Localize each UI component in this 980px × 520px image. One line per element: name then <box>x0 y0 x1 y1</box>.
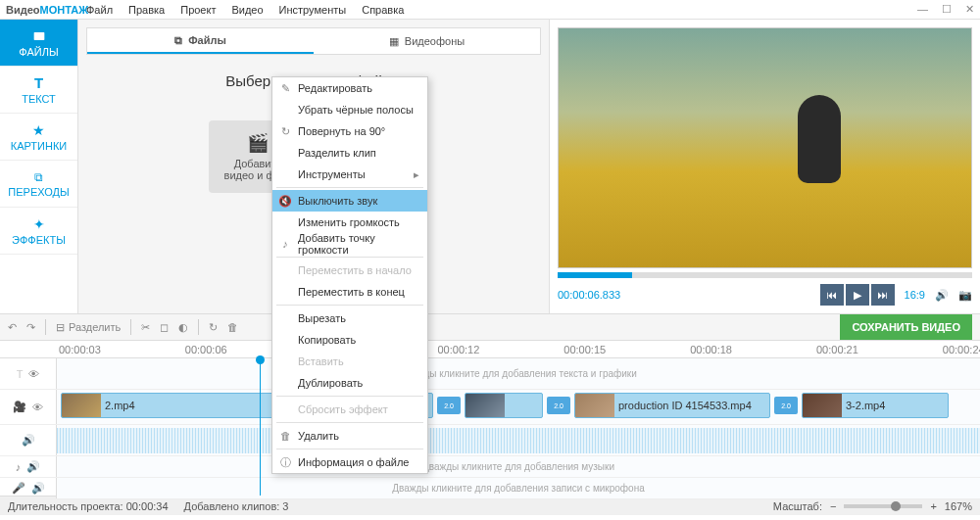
eye-icon[interactable]: 👁 <box>32 402 43 413</box>
next-button[interactable]: ⏭ <box>871 284 895 306</box>
speaker-icon[interactable]: 🔊 <box>31 482 45 495</box>
split-button[interactable]: ⊟ Разделить <box>56 321 121 334</box>
playhead[interactable] <box>260 358 261 496</box>
mic-track-head: 🎤🔊 <box>0 478 57 498</box>
ctx-вставить: Вставить <box>272 351 427 372</box>
ctx-удалить[interactable]: 🗑Удалить <box>272 425 427 447</box>
ctx-повернуть-на-90°[interactable]: ↻Повернуть на 90° <box>272 120 427 142</box>
video-track-head: 🎥👁 <box>0 390 57 424</box>
crop-button[interactable]: ◻ <box>160 321 169 334</box>
menu-edit[interactable]: Правка <box>128 4 165 16</box>
transition-1[interactable]: 2.0 <box>437 397 461 414</box>
preview-time: 00:00:06.833 <box>558 289 810 301</box>
rotate-button[interactable]: ↻ <box>209 321 218 334</box>
tab-backgrounds[interactable]: ▦Видеофоны <box>314 28 540 54</box>
audio-track-head: 🔊 <box>0 425 57 455</box>
timeline-ruler[interactable]: 00:00:0300:00:0600:00:0900:00:1200:00:15… <box>0 341 980 358</box>
context-menu: ✎РедактироватьУбрать чёрные полосы↻Повер… <box>271 76 428 474</box>
ctx-добавить-точку-громкости[interactable]: ♪Добавить точку громкости <box>272 233 427 255</box>
ctx-инструменты[interactable]: Инструменты▸ <box>272 164 427 185</box>
menu-project[interactable]: Проект <box>180 4 216 16</box>
waveform[interactable] <box>57 428 980 453</box>
ctx-выключить-звук[interactable]: 🔇Выключить звук <box>272 190 427 212</box>
files-icon: ⧉ <box>174 34 182 47</box>
aspect-ratio[interactable]: 16:9 <box>905 289 925 301</box>
prev-button[interactable]: ⏮ <box>820 284 844 306</box>
zoom-in-button[interactable]: + <box>930 500 936 512</box>
cut-button[interactable]: ✂ <box>141 321 150 334</box>
ctx-разделить-клип[interactable]: Разделить клип <box>272 142 427 164</box>
music-track[interactable]: Дважды кликните для добавления музыки <box>57 456 980 477</box>
audio-track[interactable] <box>57 425 980 455</box>
ctx-изменить-громкость[interactable]: Изменить громкость <box>272 212 427 233</box>
ctx-переместить-в-начало: Переместить в начало <box>272 260 427 281</box>
backgrounds-icon: ▦ <box>389 35 399 48</box>
clip-2[interactable] <box>465 393 543 418</box>
video-icon: 🎥 <box>13 401 26 413</box>
speaker-icon[interactable]: 🔊 <box>22 434 35 447</box>
chroma-button[interactable]: ◐ <box>178 321 188 334</box>
text-track[interactable]: Дважды кликните для добавления текста и … <box>57 358 980 389</box>
sidebar-item-text[interactable]: TТЕКСТ <box>0 67 77 114</box>
ctx-редактировать[interactable]: ✎Редактировать <box>272 77 427 99</box>
speaker-icon[interactable]: 🔊 <box>26 460 40 473</box>
clip-3[interactable]: production ID 4154533.mp4 <box>574 393 770 418</box>
delete-button[interactable]: 🗑 <box>227 321 238 333</box>
ctx-копировать[interactable]: Копировать <box>272 329 427 351</box>
toolbar: ↶ ↷ ⊟ Разделить ✂ ◻ ◐ ↻ 🗑 СОХРАНИТЬ ВИДЕ… <box>0 313 980 341</box>
video-track[interactable]: 2.mp4 2.0 2.0 production ID 4154533.mp4 … <box>57 390 980 424</box>
svg-rect-0 <box>33 32 44 40</box>
menu-video[interactable]: Видео <box>231 4 263 16</box>
clip-4[interactable]: 3-2.mp4 <box>802 393 949 418</box>
ctx-убрать-чёрные-полосы[interactable]: Убрать чёрные полосы <box>272 99 427 120</box>
transition-3[interactable]: 2.0 <box>774 397 798 414</box>
sidebar: ФАЙЛЫ TТЕКСТ ★КАРТИНКИ ⧉ПЕРЕХОДЫ ✦ЭФФЕКТ… <box>0 20 78 313</box>
transition-2[interactable]: 2.0 <box>547 397 570 414</box>
play-button[interactable]: ▶ <box>846 284 869 306</box>
sidebar-item-files[interactable]: ФАЙЛЫ <box>0 20 77 67</box>
menubar: Файл Правка Проект Видео Инструменты Спр… <box>0 0 980 20</box>
ctx-информация-о-файле[interactable]: ⓘИнформация о файле <box>272 451 427 473</box>
sidebar-item-pictures[interactable]: ★КАРТИНКИ <box>0 114 77 161</box>
save-video-button[interactable]: СОХРАНИТЬ ВИДЕО <box>840 314 972 340</box>
zoom-out-button[interactable]: − <box>830 500 836 512</box>
zoom-slider[interactable] <box>844 504 922 508</box>
menu-help[interactable]: Справка <box>362 4 404 16</box>
eye-icon[interactable]: 👁 <box>28 368 39 380</box>
snapshot-icon[interactable]: 📷 <box>958 289 972 302</box>
preview-panel: 00:00:06.833 ⏮ ▶ ⏭ 16:9 🔊 📷 <box>549 20 980 313</box>
volume-icon[interactable]: 🔊 <box>935 289 949 302</box>
redo-button[interactable]: ↷ <box>26 321 35 334</box>
undo-button[interactable]: ↶ <box>8 321 17 334</box>
music-track-head: ♪🔊 <box>0 456 57 477</box>
timeline: T👁 Дважды кликните для добавления текста… <box>0 358 980 496</box>
preview-image <box>558 27 972 268</box>
ctx-дублировать[interactable]: Дублировать <box>272 372 427 394</box>
sidebar-item-effects[interactable]: ✦ЭФФЕКТЫ <box>0 208 77 255</box>
tab-files[interactable]: ⧉Файлы <box>87 28 314 54</box>
ctx-переместить-в-конец[interactable]: Переместить в конец <box>272 281 427 303</box>
ctx-вырезать[interactable]: Вырезать <box>272 307 427 329</box>
menu-tools[interactable]: Инструменты <box>279 4 347 16</box>
menu-file[interactable]: Файл <box>86 4 113 16</box>
text-track-head: T👁 <box>0 358 57 389</box>
mic-track[interactable]: Дважды кликните для добавления записи с … <box>57 478 980 498</box>
preview-seekbar[interactable] <box>558 272 972 278</box>
sidebar-item-transitions[interactable]: ⧉ПЕРЕХОДЫ <box>0 161 77 208</box>
ctx-сбросить-эффект: Сбросить эффект <box>272 399 427 420</box>
